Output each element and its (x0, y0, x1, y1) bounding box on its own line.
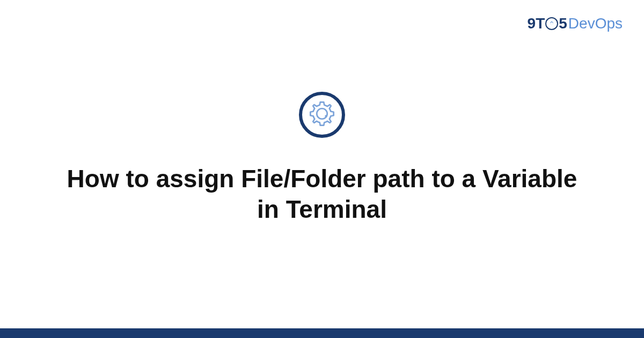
svg-point-3 (325, 115, 327, 117)
svg-point-2 (317, 108, 327, 119)
page-title: How to assign File/Folder path to a Vari… (64, 164, 580, 225)
hero-icon-circle (299, 92, 345, 138)
footer-accent-bar (0, 328, 644, 338)
main-content: How to assign File/Folder path to a Vari… (0, 0, 644, 338)
gear-icon (308, 100, 336, 130)
